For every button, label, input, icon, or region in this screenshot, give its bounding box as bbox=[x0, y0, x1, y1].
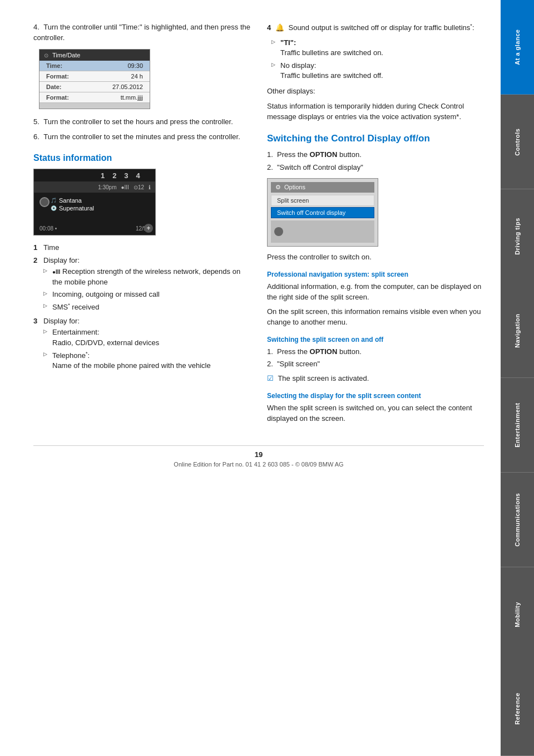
option-button: OPTION bbox=[310, 150, 338, 159]
step-6-num: 6. bbox=[33, 132, 39, 141]
bullet-2-1: ●III Reception strength of the wireless … bbox=[43, 267, 250, 287]
pro-nav-title: Professional navigation system: split sc… bbox=[267, 271, 484, 278]
step-4-text: Turn the controller until "Time:" is hig… bbox=[33, 23, 250, 42]
sound-icon: 🔔 bbox=[275, 23, 284, 32]
num-indicators: 1 2 3 4 bbox=[101, 171, 140, 180]
screenshot-title-text: Time/Date bbox=[52, 52, 80, 58]
indicator-2: 2 bbox=[112, 171, 116, 180]
switching-title: Switching the Control Display off/on bbox=[267, 133, 484, 144]
pro-nav-text1: Additional information, e.g. from the co… bbox=[267, 282, 484, 303]
row-label-2: Format: bbox=[46, 73, 69, 80]
switching-steps: 1. Press the OPTION button. 2. "Switch o… bbox=[267, 150, 484, 172]
sidebar-tab-mobility[interactable]: Mobility bbox=[501, 567, 534, 662]
row-value-1: 09:30 bbox=[127, 62, 143, 69]
item-1: 1 Time bbox=[33, 243, 250, 252]
item-4-text: Sound output is switched off or display … bbox=[288, 23, 474, 32]
status-bar: 1:30pm ●III ⊙12 ℹ bbox=[34, 181, 155, 193]
status-section-title: Status information bbox=[33, 153, 250, 163]
split-step-1-num: 1. bbox=[267, 347, 273, 357]
bullet-2-3: SMS* received bbox=[43, 302, 250, 313]
check-icon: ☑ bbox=[267, 374, 274, 382]
telephone-asterisk: * bbox=[86, 351, 88, 356]
indicator-4: 4 bbox=[136, 171, 140, 180]
row-label-1: Time: bbox=[46, 62, 62, 69]
screenshot-header: ⊙ Time/Date bbox=[39, 50, 150, 61]
track1-text: Santana bbox=[59, 197, 82, 204]
sidebar-tab-reference[interactable]: Reference bbox=[501, 661, 534, 756]
nav-dot bbox=[39, 197, 50, 207]
split-activated-text: The split screen is activated. bbox=[278, 374, 369, 382]
music-time: 00:08 • bbox=[39, 225, 57, 232]
screenshot-row-2: Format: 24 h bbox=[39, 71, 150, 82]
bullet-2-2: Incoming, outgoing or missed call bbox=[43, 289, 250, 300]
add-button[interactable]: + bbox=[144, 224, 153, 233]
step-5-num: 5. bbox=[33, 117, 39, 126]
select-display-text: When the split screen is switched on, yo… bbox=[267, 403, 484, 424]
item-1-num: 1 bbox=[33, 243, 40, 252]
right-column: 4 🔔 Sound output is switched off or disp… bbox=[267, 22, 484, 429]
item-3: 3 Display for: Entertainment:Radio, CD/D… bbox=[33, 317, 250, 371]
options-header-text: Options bbox=[284, 184, 305, 190]
row-label-3: Date: bbox=[46, 84, 62, 90]
page-number: 19 bbox=[33, 450, 484, 459]
options-header: ⚙ Options bbox=[271, 182, 374, 193]
item-2-label: Display for: bbox=[43, 256, 80, 264]
sidebar-tab-entertainment[interactable]: Entertainment bbox=[501, 378, 534, 473]
controller-note: Press the controller to switch on. bbox=[267, 252, 484, 263]
split-check-note: ☑ The split screen is activated. bbox=[267, 374, 484, 384]
option-button-2: OPTION bbox=[310, 347, 338, 356]
sidebar-tab-at-a-glance[interactable]: At a glance bbox=[501, 0, 534, 95]
options-screenshot: ⚙ Options Split screen Switch off Contro… bbox=[267, 178, 378, 247]
item-4-header: 4 🔔 Sound output is switched off or disp… bbox=[267, 22, 484, 33]
bullet-3-2: Telephone*:Name of the mobile phone pair… bbox=[43, 350, 250, 371]
item-2-num: 2 bbox=[33, 256, 40, 264]
switch-step-2-num: 2. bbox=[267, 163, 273, 173]
item-3-num: 3 bbox=[33, 317, 40, 325]
item-4-bullets: "TI":Traffic bulletins are switched on. … bbox=[271, 38, 484, 81]
other-displays-heading: Other displays: bbox=[267, 86, 484, 97]
pro-nav-text2: On the split screen, this information re… bbox=[267, 307, 484, 328]
bullet-4-ti: "TI":Traffic bulletins are switched on. bbox=[271, 38, 484, 58]
split-step-2-num: 2. bbox=[267, 359, 273, 369]
sidebar: At a glance Controls Driving tips Naviga… bbox=[501, 0, 534, 756]
other-displays-text: Status information is temporarily hidden… bbox=[267, 101, 484, 122]
row-value-2: 24 h bbox=[131, 73, 143, 80]
screenshot-row-3: Date: 27.05.2012 bbox=[39, 82, 150, 92]
step-4-num: 4. bbox=[33, 23, 39, 31]
item-2: 2 Display for: ●III Reception strength o… bbox=[33, 256, 250, 312]
sidebar-tab-controls[interactable]: Controls bbox=[501, 95, 534, 189]
indicator-1: 1 bbox=[101, 171, 105, 180]
footer-text: Online Edition for Part no. 01 41 2 603 … bbox=[33, 461, 484, 468]
bullet-4-no: No display:Traffic bulletins are switche… bbox=[271, 61, 484, 81]
sidebar-tab-navigation[interactable]: Navigation bbox=[501, 283, 534, 378]
switch-step-1: 1. Press the OPTION button. bbox=[267, 150, 484, 160]
sidebar-tab-driving-tips[interactable]: Driving tips bbox=[501, 189, 534, 284]
timedate-screenshot: ⊙ Time/Date Time: 09:30 Format: 24 h Dat… bbox=[39, 49, 150, 109]
indicator-3: 3 bbox=[124, 171, 128, 180]
split-screen-steps: 1. Press the OPTION button. 2. "Split sc… bbox=[267, 347, 484, 369]
options-item-switchoff[interactable]: Switch off Control display bbox=[271, 207, 374, 218]
status-time: 1:30pm bbox=[98, 184, 116, 190]
page-footer: 19 Online Edition for Part no. 01 41 2 6… bbox=[33, 445, 484, 468]
options-gear-icon: ⚙ bbox=[275, 184, 281, 191]
status-info: ℹ bbox=[149, 184, 151, 190]
item-2-bullets: ●III Reception strength of the wireless … bbox=[43, 267, 250, 312]
item-1-label: Time bbox=[43, 243, 59, 252]
item-4-container: 4 🔔 Sound output is switched off or disp… bbox=[267, 22, 484, 81]
split-screen-onoff-title: Switching the split screen on and off bbox=[267, 336, 484, 343]
select-display-title: Selecting the display for the split scre… bbox=[267, 392, 484, 400]
item-4-num: 4 bbox=[267, 23, 271, 32]
music-info: 🎵 Santana 💿 Supernatural bbox=[51, 197, 94, 213]
step-6-text: Turn the controller to set the minutes a… bbox=[43, 132, 240, 141]
status-signal: ●III bbox=[121, 184, 129, 190]
step-5-text: Turn the controller to set the hours and… bbox=[43, 117, 233, 126]
step-5: 5. Turn the controller to set the hours … bbox=[33, 117, 250, 127]
sidebar-tab-communications[interactable]: Communications bbox=[501, 473, 534, 567]
row-label-4: Format: bbox=[46, 94, 69, 101]
split-step-2-text: "Split screen" bbox=[277, 360, 320, 368]
screenshot-row-4: Format: tt.mm.jjjj bbox=[39, 92, 150, 103]
options-nav-dot bbox=[274, 227, 283, 236]
options-item-split[interactable]: Split screen bbox=[271, 195, 374, 206]
track2-text: Supernatural bbox=[59, 205, 94, 212]
status-screenshot: 1 2 3 4 1:30pm ●III ⊙12 ℹ 🎵 bbox=[33, 169, 156, 235]
